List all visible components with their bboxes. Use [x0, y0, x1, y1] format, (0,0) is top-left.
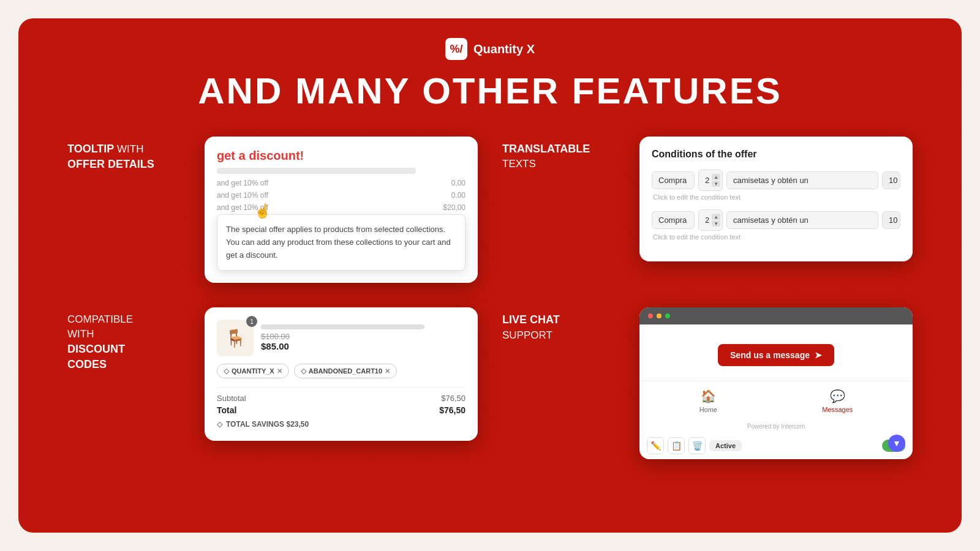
feature-livechat-suffix: SUPPORT — [502, 329, 552, 341]
condition-text-2[interactable]: camisetas y obtén un — [726, 211, 878, 229]
condition-num-right-2[interactable]: 10 — [882, 211, 900, 229]
condition-number-2[interactable]: 2 ▲ ▼ — [698, 209, 723, 231]
coupon-label-2: ABANDONED_CART10 — [309, 367, 382, 375]
spinner-down-2[interactable]: ▼ — [712, 220, 720, 227]
tooltip-row-1-text: and get 10% off — [217, 179, 268, 187]
feature-livechat-bold: LIVE CHAT — [502, 313, 560, 326]
home-icon: 🏠 — [701, 389, 716, 403]
coupon-remove-1[interactable]: ✕ — [277, 367, 282, 375]
chat-dot-red — [648, 313, 653, 318]
chat-dot-green — [665, 313, 670, 318]
tooltip-row-2-price: 0,00 — [451, 191, 466, 200]
translatable-card: Conditions of the offer Compra 2 ▲ ▼ cam… — [639, 137, 913, 261]
brand-icon: %/ — [445, 38, 467, 60]
total-row: Total $76,50 — [217, 405, 466, 415]
condition-row-1: Compra 2 ▲ ▼ camisetas y obtén un 10 — [652, 170, 900, 191]
condition-spinner-1[interactable]: ▲ ▼ — [712, 174, 720, 187]
main-container: %/ Quantity X AND MANY OTHER FEATURES TO… — [18, 18, 962, 533]
subtotal-value: $76,50 — [441, 394, 466, 403]
spinner-up-1[interactable]: ▲ — [712, 174, 720, 180]
send-message-label: Send us a message — [730, 350, 810, 360]
feature-tooltip-suffix: OFFER DETAILS — [67, 158, 154, 170]
main-title: AND MANY OTHER FEATURES — [198, 70, 782, 112]
totals-section: Subtotal $76,50 Total $76,50 ◇ TOTAL SAV… — [217, 387, 466, 429]
savings-label: TOTAL SAVINGS $23,50 — [226, 420, 309, 429]
condition-number-val-2: 2 — [705, 216, 709, 225]
tooltip-row-2-text: and get 10% off — [217, 191, 268, 200]
subtotal-label: Subtotal — [217, 394, 246, 403]
feature-discount-label: COMPATIBLEWITH DISCOUNTCODES — [67, 307, 190, 372]
delete-icon-btn[interactable]: 🗑️ — [688, 437, 706, 454]
price-original: $100.00 — [261, 332, 466, 341]
coupon-remove-2[interactable]: ✕ — [385, 367, 390, 375]
coupon-icon-1: ◇ — [224, 367, 229, 375]
brand-icon-text: %/ — [450, 43, 462, 56]
feature-translatable-suffix: TEXTS — [502, 158, 536, 170]
tooltip-row-1-price: 0,00 — [451, 179, 466, 187]
copy-icon-btn[interactable]: 📋 — [668, 437, 685, 454]
tooltip-row-3-price: $20,00 — [443, 203, 466, 212]
product-image: 🪑 1 — [217, 320, 254, 356]
feature-tooltip-bold: TOOLTIP — [67, 143, 114, 155]
coupon-icon-2: ◇ — [301, 367, 306, 375]
features-grid: TOOLTIP WITH OFFER DETAILS get a discoun… — [18, 112, 962, 484]
condition-number-val-1: 2 — [705, 176, 709, 185]
feature-translatable-bold: TRANSLATABLE — [502, 143, 590, 155]
feature-translatable-label: TRANSLATABLE TEXTS — [502, 137, 625, 171]
edit-hint-2: Click to edit the condition text — [652, 233, 900, 241]
feature-tooltip: TOOLTIP WITH OFFER DETAILS get a discoun… — [67, 137, 478, 283]
feature-livechat-label: LIVE CHAT SUPPORT — [502, 307, 625, 342]
livechat-card: Send us a message ➤ 🏠 Home 💬 Messages — [639, 307, 913, 459]
spinner-up-2[interactable]: ▲ — [712, 214, 720, 220]
translatable-card-title: Conditions of the offer — [652, 149, 900, 160]
savings-row: ◇ TOTAL SAVINGS $23,50 — [217, 420, 466, 429]
chat-nav-home[interactable]: 🏠 Home — [699, 389, 717, 413]
edit-icon-btn[interactable]: ✏️ — [647, 437, 664, 454]
condition-spinner-2[interactable]: ▲ ▼ — [712, 214, 720, 227]
livechat-inner: Send us a message ➤ 🏠 Home 💬 Messages — [639, 307, 913, 459]
send-arrow-icon: ➤ — [815, 350, 822, 360]
feature-discount: COMPATIBLEWITH DISCOUNTCODES 🪑 1 $100.00… — [67, 307, 478, 459]
product-row: 🪑 1 $100.00 $85.00 — [217, 320, 466, 356]
tooltip-row-1: and get 10% off 0,00 — [217, 179, 466, 187]
qty-badge: 1 — [246, 316, 257, 327]
powered-by: Powered by Intercom — [639, 421, 913, 432]
chat-dot-yellow — [657, 313, 662, 318]
condition-compra-1[interactable]: Compra — [652, 171, 695, 189]
tooltip-discount-text: get a discount! — [217, 149, 466, 163]
total-label: Total — [217, 405, 236, 415]
subtotal-row: Subtotal $76,50 — [217, 394, 466, 403]
header: %/ Quantity X AND MANY OTHER FEATURES — [18, 18, 962, 112]
feature-discount-bold: DISCOUNTCODES — [67, 343, 125, 370]
coupon-tags: ◇ QUANTITY_X ✕ ◇ ABANDONED_CART10 ✕ — [217, 364, 466, 378]
spinner-down-1[interactable]: ▼ — [712, 181, 720, 187]
price-discounted: $85.00 — [261, 341, 466, 351]
messages-label: Messages — [822, 406, 853, 413]
savings-icon: ◇ — [217, 420, 222, 429]
home-label: Home — [699, 406, 717, 413]
chat-nav-messages[interactable]: 💬 Messages — [822, 389, 853, 413]
feature-tooltip-label: TOOLTIP WITH OFFER DETAILS — [67, 137, 190, 172]
send-message-button[interactable]: Send us a message ➤ — [718, 344, 834, 366]
feature-translatable: TRANSLATABLE TEXTS Conditions of the off… — [502, 137, 913, 283]
coupon-tag-1[interactable]: ◇ QUANTITY_X ✕ — [217, 364, 289, 378]
condition-text-1[interactable]: camisetas y obtén un — [726, 171, 878, 189]
discount-card: 🪑 1 $100.00 $85.00 ◇ QUANTITY_X — [205, 307, 478, 441]
condition-compra-2[interactable]: Compra — [652, 211, 695, 229]
product-prices: $100.00 $85.00 — [261, 324, 466, 351]
total-value: $76,50 — [439, 405, 466, 415]
tooltip-card: get a discount! and get 10% off 0,00 and… — [205, 137, 478, 283]
condition-num-right-1[interactable]: 10 — [882, 171, 900, 189]
price-bar — [261, 324, 424, 329]
edit-hint-1: Click to edit the condition text — [652, 193, 900, 201]
chat-bottom-nav: 🏠 Home 💬 Messages — [639, 381, 913, 421]
tooltip-row-2: and get 10% off 0,00 — [217, 191, 466, 200]
feature-livechat: LIVE CHAT SUPPORT Send us a message ➤ — [502, 307, 913, 459]
tooltip-popup-text: The special offer applies to products fr… — [226, 225, 451, 260]
condition-number-1[interactable]: 2 ▲ ▼ — [698, 170, 723, 191]
coupon-tag-2[interactable]: ◇ ABANDONED_CART10 ✕ — [294, 364, 397, 378]
chat-top-bar — [639, 307, 913, 324]
tooltip-popup: ☝️ The special offer applies to products… — [217, 214, 466, 271]
active-badge: Active — [709, 440, 742, 451]
cursor-icon: ☝️ — [254, 200, 271, 222]
